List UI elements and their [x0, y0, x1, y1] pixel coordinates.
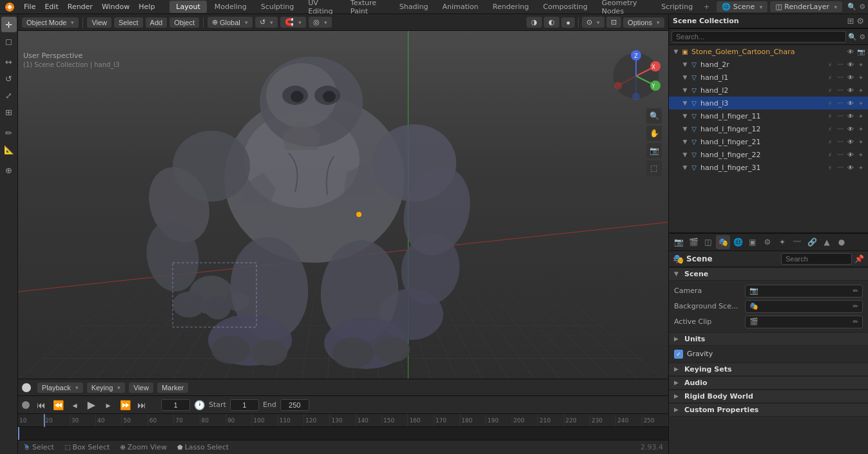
outliner-new-collection-btn[interactable]: ⊞: [847, 16, 854, 26]
custom-props-header[interactable]: ▶ Custom Properties: [669, 403, 868, 417]
scene-props-icon[interactable]: 🎭: [716, 235, 730, 249]
camera-icon-root[interactable]: 📷: [856, 47, 865, 56]
rigid-body-header[interactable]: ▶ Rigid Body World: [669, 390, 868, 403]
prev-frame-btn[interactable]: ◂: [68, 399, 81, 411]
snap-button[interactable]: 🧲 ▾: [280, 17, 306, 28]
viewport-shading-render[interactable]: ●: [561, 17, 575, 28]
select-icon-1[interactable]: ✦: [856, 60, 865, 69]
proportional-button[interactable]: ◎ ▾: [309, 17, 332, 28]
viewport-canvas[interactable]: User Perspective (1) Scene Collection | …: [18, 31, 668, 379]
add-menu-button[interactable]: Add: [146, 17, 168, 28]
scale-tool[interactable]: ⤢: [1, 88, 17, 103]
camera-picker-icon[interactable]: ✏: [853, 287, 858, 294]
clip-picker-icon[interactable]: ✏: [853, 318, 858, 325]
view-btn[interactable]: View: [129, 383, 153, 393]
tab-rendering[interactable]: Rendering: [487, 1, 535, 13]
select-icon-7[interactable]: ✦: [856, 137, 865, 146]
marker-btn[interactable]: Marker: [157, 383, 188, 393]
step-back-btn[interactable]: ⏪: [52, 399, 64, 411]
tree-item-finger22[interactable]: ▼ ▽ hand_l_finger_22 ⚡ 〰 👁 ✦: [669, 148, 868, 161]
menu-window[interactable]: Window: [97, 1, 134, 12]
pivot-button[interactable]: ↺ ▾: [255, 17, 278, 28]
zoom-in-btn[interactable]: 🔍: [646, 108, 662, 124]
transform-tool[interactable]: ⊞: [1, 104, 17, 120]
select-icon-2[interactable]: ✦: [856, 73, 865, 82]
tree-item-handl3[interactable]: ▼ ▽ hand_l3 ⚡ 〰 👁 ✦: [669, 97, 868, 109]
output-props-icon[interactable]: 🎬: [686, 235, 700, 249]
annotate-tool[interactable]: ✏: [1, 125, 17, 140]
outliner-filter-btn[interactable]: ⚙: [859, 33, 865, 41]
viewport-shading-material[interactable]: ◐: [544, 17, 559, 28]
cursor-tool[interactable]: ✛: [1, 17, 17, 32]
render-props-icon[interactable]: 📷: [671, 235, 686, 249]
curve-icon-4[interactable]: 〰: [836, 99, 845, 108]
add-tool[interactable]: ⊕: [1, 162, 17, 178]
jump-end-btn[interactable]: ⏭: [135, 399, 148, 411]
link-icon-3[interactable]: ⚡: [825, 86, 834, 95]
gravity-checkbox[interactable]: [674, 350, 683, 359]
menu-edit[interactable]: Edit: [40, 1, 63, 12]
material-props-icon[interactable]: ●: [834, 235, 849, 249]
view-layer-props-icon[interactable]: ◫: [701, 235, 715, 249]
tree-item-handl2[interactable]: ▼ ▽ hand_l2 ⚡ 〰 👁 ✦: [669, 84, 868, 97]
render-region-btn[interactable]: ⬚: [646, 160, 662, 176]
curve-icon-8[interactable]: 〰: [836, 150, 845, 159]
timeline-mode-icon[interactable]: [22, 383, 31, 392]
menu-file[interactable]: File: [19, 1, 40, 12]
select-icon-3[interactable]: ✦: [856, 86, 865, 95]
tree-item-finger12[interactable]: ▼ ▽ hand_l_finger_12 ⚡ 〰 👁 ✦: [669, 122, 868, 135]
eye-icon-5[interactable]: 👁: [846, 111, 855, 120]
eye-icon-6[interactable]: 👁: [846, 124, 855, 133]
start-frame-input[interactable]: [230, 399, 259, 411]
curve-icon-9[interactable]: 〰: [836, 163, 845, 172]
eye-icon-7[interactable]: 👁: [846, 137, 855, 146]
eye-icon-9[interactable]: 👁: [846, 163, 855, 172]
curve-icon-2[interactable]: 〰: [836, 73, 845, 82]
playback-btn[interactable]: Playback ▾: [37, 383, 83, 393]
select-icon-9[interactable]: ✦: [856, 163, 865, 172]
bg-picker-icon[interactable]: ✏: [853, 303, 858, 310]
measure-tool[interactable]: 📐: [1, 142, 17, 157]
link-icon-4[interactable]: ⚡: [825, 99, 834, 108]
tab-animation[interactable]: Animation: [436, 1, 485, 13]
eye-icon-8[interactable]: 👁: [846, 150, 855, 159]
viewport-shading-solid[interactable]: ◑: [526, 17, 542, 28]
timeline-ruler-area[interactable]: 10 20 30 40 50 60 70 80 90 100 110 120 1…: [18, 414, 668, 440]
tab-layout[interactable]: Layout: [169, 1, 206, 13]
link-icon-9[interactable]: ⚡: [825, 163, 834, 172]
tree-item-hand2r[interactable]: ▼ ▽ hand_2r ⚡ 〰 👁 ✦: [669, 58, 868, 71]
constraints-props-icon[interactable]: 🔗: [805, 235, 819, 249]
tab-scripting[interactable]: Scripting: [655, 1, 699, 13]
data-props-icon[interactable]: ▲: [820, 235, 834, 249]
bg-scene-value[interactable]: 🎭 ✏: [745, 300, 863, 313]
frame-clock-icon[interactable]: 🕐: [194, 400, 205, 410]
step-fwd-btn[interactable]: ⏩: [119, 399, 131, 411]
tab-compositing[interactable]: Compositing: [537, 1, 594, 13]
next-frame-btn[interactable]: ▸: [102, 399, 115, 411]
tree-item-handl1[interactable]: ▼ ▽ hand_l1 ⚡ 〰 👁 ✦: [669, 71, 868, 84]
xray-button[interactable]: ⊡: [606, 17, 621, 28]
curve-icon-5[interactable]: 〰: [836, 111, 845, 120]
navigation-gizmo[interactable]: X Y Z: [610, 50, 662, 102]
end-frame-input[interactable]: [280, 399, 309, 411]
move-tool[interactable]: ↔: [1, 54, 17, 70]
scene-section-header[interactable]: ▼ Scene: [669, 267, 868, 281]
tab-sculpting[interactable]: Sculpting: [255, 1, 300, 13]
outliner-search-input[interactable]: [671, 31, 846, 43]
tab-shading[interactable]: Shading: [393, 1, 435, 13]
filter-global-icon[interactable]: ⚙: [859, 3, 865, 11]
tree-item-finger31[interactable]: ▼ ▽ hand_l_finger_31 ⚡ 〰 👁 ✦: [669, 161, 868, 174]
object-menu-button[interactable]: Object: [169, 17, 199, 28]
search-global-icon[interactable]: 🔍: [847, 3, 856, 11]
link-icon-2[interactable]: ⚡: [825, 73, 834, 82]
props-search-input[interactable]: [781, 253, 852, 265]
tree-item-root[interactable]: ▼ ▣ Stone_Golem_Cartoon_Chara 👁 📷: [669, 45, 868, 58]
tab-modeling[interactable]: Modeling: [208, 1, 253, 13]
particles-props-icon[interactable]: ✦: [775, 235, 789, 249]
rotate-tool[interactable]: ↺: [1, 71, 17, 86]
view-menu-button[interactable]: View: [87, 17, 111, 28]
camera-value[interactable]: 📷 ✏: [745, 285, 863, 298]
modifier-props-icon[interactable]: ⚙: [760, 235, 775, 249]
eye-icon-root[interactable]: 👁: [846, 47, 855, 56]
transform-global-button[interactable]: ⊕ Global ▾: [207, 17, 253, 28]
